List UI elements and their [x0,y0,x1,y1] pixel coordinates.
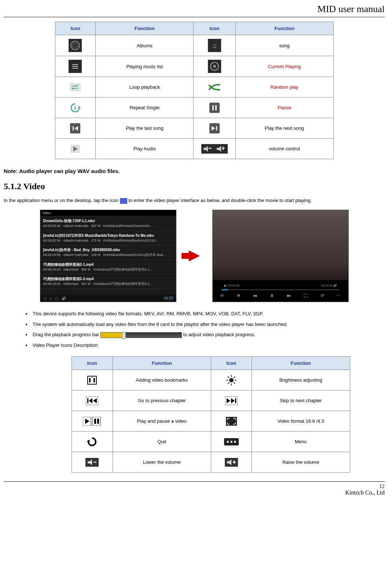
prev-chapter-icon [75,394,110,407]
svg-rect-54 [235,398,236,403]
audio-note: Note: Audio player can play WAV audio fi… [4,168,385,174]
quit-icon: ↺ [320,293,324,298]
cell-function: Brightness adjusting [252,370,350,390]
page-footer: 12 Kintech Co., Ltd [4,481,385,496]
th-function: Function [252,357,350,370]
cell-function: Playing music list [96,56,194,77]
list-item: DreamGirls-软萌-720P-L1.mkv 00:06:04:39 vi… [40,216,176,231]
svg-line-43 [228,377,229,378]
next-chapter-icon [214,394,249,407]
video-item-name: 巧虎的律动欢唱学英语2-1.mp4 [43,262,173,267]
cell-function: Play the last song [96,118,194,139]
list-item: Video Player Icons Description: [31,340,385,351]
svg-rect-57 [92,417,100,426]
svg-point-65 [234,441,236,443]
prev-chapter-icon: ⏮ [253,293,257,298]
cell-function: Random play [235,77,333,98]
video-item-dur: 00:06:04:39 [43,224,61,228]
volume-up-icon [214,456,249,469]
video-icons-table: Icon Function Icon Function Adding video… [72,356,350,473]
format-icon: ⛶ [304,293,308,298]
video-item-name: DreamGirls-软萌-720P-L1.mkv [43,219,173,224]
svg-rect-33 [223,147,224,150]
video-item-codec: video/x-matroska [63,239,89,242]
albums-icon [58,39,93,52]
svg-rect-35 [89,378,91,382]
svg-rect-72 [234,460,235,464]
video-item-path: /mnt/sdcard/巧虎的律动欢唱学英语2-1... [93,268,152,271]
th-function: Function [235,22,333,35]
bookmark-icon [75,374,110,386]
list-item: 巧虎的律动欢唱学英语2-1.mp4 00:06:15:44 video/mp4 … [40,260,176,275]
current-playing-icon [197,60,232,73]
video-item-dur: 00:06:15:44 [43,268,61,271]
footer-company: Kintech Co., Ltd [4,489,385,496]
svg-marker-13 [219,84,221,86]
video-item-codec: video/mp4 [63,268,79,271]
intro-pre: In the application menu or on the deskto… [4,198,120,203]
svg-rect-48 [87,398,88,403]
playlist-icon [58,60,93,73]
svg-rect-6 [72,64,78,65]
video-item-name: [mvhd.tv]20110722KBS MusicBankInTokyo Ra… [43,233,173,238]
svg-line-44 [234,382,235,384]
cell-function: Video format 16:9 /4:3 [252,411,350,432]
player-speaker-left-icon: 🔉 00:00:30 [224,284,239,287]
volume-down-icon [75,456,110,469]
brightness-icon [214,374,249,386]
intro-post: to enter the video player interface as b… [127,198,312,203]
svg-rect-21 [73,126,74,131]
cell-function: Lower the volume [113,452,211,473]
th-icon: Icon [72,357,113,370]
status-clock: 14:23 [164,296,173,300]
brightness-icon: ✲ [237,293,240,298]
svg-rect-59 [97,419,99,424]
menu-icon: ⋯ [337,293,341,298]
video-item-name: 巧虎的律动欢唱学英语2-2.mp4 [43,276,173,282]
player-time-total: 00:04:00 [321,284,333,287]
cell-function: song [235,35,333,56]
cell-function: Go to previous chapter [113,390,211,411]
player-controls-overlay: 🔉 00:00:30 00:04:00 🔊 ⛮ ✲ ⏮ ⏸ ⏭ ⛶ ↺ ⋯ [213,280,348,302]
video-item-size: 397 M [81,282,91,286]
random-icon [197,81,232,93]
next-chapter-icon: ⏭ [287,293,291,298]
cell-function: Pause [235,98,333,118]
cell-function: Loop playback [96,77,194,98]
svg-point-38 [229,378,234,382]
video-item-path: /mnt/sdcard/Movies/[mvhd.tv]20110... [103,239,158,242]
page-number: 12 [4,483,385,489]
video-list-screenshot: Video DreamGirls-软萌-720P-L1.mkv 00:06:04… [40,210,176,302]
pause-icon: ⏸ [270,293,274,298]
cell-function: Menu [252,432,350,452]
next-song-icon [197,122,232,135]
list-item: 巧虎的律动欢唱学英语2-2.mp4 00:06:15:24 video/mp4 … [40,274,176,289]
play-audio-icon [58,142,93,155]
svg-rect-19 [215,105,217,110]
cell-function: Raise the volume [252,452,350,473]
list-item: This device supports the following video… [31,309,385,319]
th-icon: Icon [211,357,252,370]
svg-point-2 [74,44,76,47]
video-item-size: 356 M [81,268,91,271]
list-item: Drag the playback progress bar to adjust… [31,330,385,340]
cell-function: Albums [96,35,194,56]
svg-text:♫: ♫ [212,42,217,49]
bookmark-icon: ⛮ [220,293,224,298]
svg-rect-36 [94,378,95,382]
svg-marker-14 [219,89,221,91]
quit-icon [75,435,110,448]
video-notes-list: This device supports the following video… [4,309,385,350]
svg-rect-12 [70,83,81,91]
th-icon: Icon [194,22,235,35]
video-item-dur: 00:06:15:24 [43,282,61,286]
svg-point-63 [227,441,229,443]
play-pause-icon [75,415,110,427]
cell-function: Play Audio [96,139,194,159]
video-item-dur: 00:06:02:54 [43,239,61,242]
cell-function: Play and pause a video [113,411,211,432]
video-item-size: 175 M [91,239,100,242]
list-item: [mvhd.tv]20110722KBS MusicBankInTokyo Ra… [40,231,176,246]
video-item-codec: video/x-matroska [63,224,89,228]
svg-line-46 [234,377,235,378]
